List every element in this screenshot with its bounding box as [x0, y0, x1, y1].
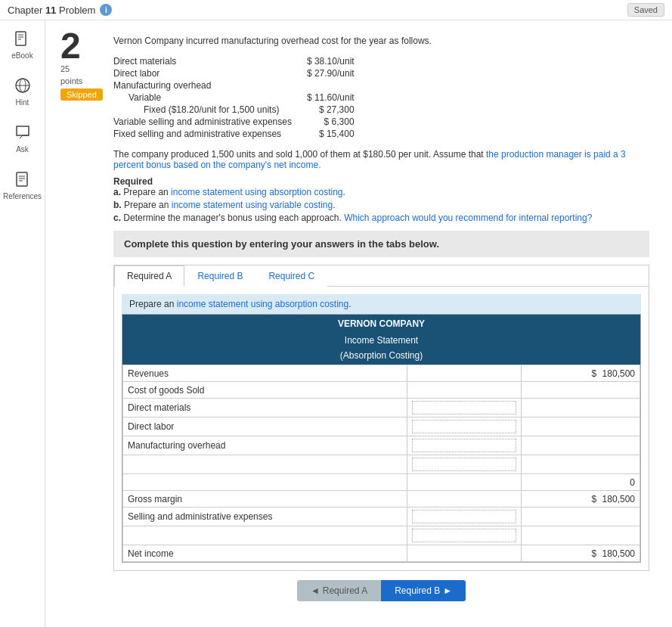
main-layout: eBook Hint Ask: [0, 20, 672, 627]
input-direct-materials[interactable]: [412, 401, 516, 414]
row-input-blank1[interactable]: [407, 455, 521, 474]
row-input-cogs: [407, 382, 521, 399]
status-badge: Skipped: [60, 88, 103, 101]
chapter-problem-title: Chapter 11 Problem: [8, 5, 95, 16]
tab-required-c[interactable]: Required C: [255, 265, 327, 287]
page-header: Chapter 11 Problem i Saved: [0, 0, 672, 20]
sidebar-item-hint[interactable]: Hint: [12, 75, 33, 107]
nav-buttons: ◄ Required A Required B ►: [113, 580, 649, 616]
row-label-cogs: Cost of goods Sold: [123, 382, 407, 399]
input-blank2[interactable]: [412, 529, 516, 542]
cost-label: Variable selling and administrative expe…: [113, 116, 307, 128]
row-label-mfg-overhead: Manufacturing overhead: [123, 436, 407, 455]
tab-required-b[interactable]: Required B: [184, 265, 255, 287]
task-a-link[interactable]: income statement using absorption costin…: [171, 187, 342, 197]
next-label: Required B: [395, 585, 440, 596]
svg-rect-7: [17, 172, 27, 186]
chapter-number: 11: [45, 5, 56, 16]
table-row: Fixed ($18.20/unit for 1,500 units) $ 27…: [113, 104, 370, 116]
row-input-revenues: [407, 365, 521, 382]
prev-icon: ◄: [311, 585, 320, 596]
chapter-label: Chapter: [8, 5, 42, 16]
next-icon: ►: [443, 585, 452, 596]
header-left: Chapter 11 Problem i: [8, 4, 112, 16]
table-row: Direct materials: [123, 399, 640, 417]
task-b-link[interactable]: income statement using variable costing: [172, 200, 333, 210]
task-b: b. Prepare an income statement using var…: [113, 200, 649, 210]
doc-icon: [11, 169, 33, 190]
table-row: Fixed selling and administrative expense…: [113, 128, 370, 140]
info-icon[interactable]: i: [100, 4, 112, 16]
row-label-direct-materials: Direct materials: [123, 399, 407, 417]
task-a: a. Prepare an income statement using abs…: [113, 187, 649, 197]
cost-amount: $ 27,300: [307, 104, 370, 116]
table-row: Direct materials $ 38.10/unit: [113, 55, 370, 67]
row-label-gross-margin: Gross margin: [123, 491, 407, 507]
income-statement-table: VERNON COMPANY Income Statement (Absorpt…: [122, 314, 641, 563]
sidebar-item-references[interactable]: References: [3, 169, 42, 200]
table-row: Variable $ 11.60/unit: [113, 92, 370, 104]
row-input-gross-margin: [407, 491, 521, 507]
task-c: c. Determine the manager's bonus using e…: [113, 213, 649, 223]
table-row: Direct labor $ 27.90/unit: [113, 67, 370, 79]
row-value-selling-admin: [521, 507, 639, 526]
tab-required-a[interactable]: Required A: [114, 265, 184, 287]
table-row: Direct labor: [123, 417, 640, 436]
sidebar-item-ask[interactable]: Ask: [12, 122, 33, 154]
row-label-net-income: Net income: [123, 545, 407, 562]
cost-table: Direct materials $ 38.10/unit Direct lab…: [113, 55, 649, 140]
tabs-container: Required A Required B Required C Prepare…: [113, 265, 649, 571]
input-selling-admin[interactable]: [412, 510, 516, 523]
row-value-revenues: $ 180,500: [521, 365, 639, 382]
row-input-direct-labor[interactable]: [407, 417, 521, 436]
table-row: [123, 526, 640, 545]
company-name: VERNON COMPANY: [122, 315, 640, 333]
globe-icon: [12, 75, 33, 96]
row-input-blank2[interactable]: [407, 526, 521, 545]
table-row: Revenues $ 180,500: [123, 365, 640, 382]
prev-button[interactable]: ◄ Required A: [297, 580, 381, 601]
book-icon: [11, 28, 33, 49]
row-value-direct-materials: [521, 399, 639, 417]
problem-content: Vernon Company incurred manufacturing ov…: [106, 28, 664, 624]
task-list: a. Prepare an income statement using abs…: [113, 187, 649, 223]
sidebar-item-ebook[interactable]: eBook: [11, 28, 33, 60]
table-row: Cost of goods Sold: [123, 382, 640, 399]
cost-label: Variable: [113, 92, 307, 104]
table-row: Manufacturing overhead: [123, 436, 640, 455]
table-row: Variable selling and administrative expe…: [113, 116, 370, 128]
input-mfg-overhead[interactable]: [412, 439, 516, 452]
problem-number: 2: [60, 28, 106, 64]
row-value-blank1: [521, 455, 639, 474]
chat-icon: [12, 122, 33, 143]
statement-subtitle: (Absorption Costing): [122, 348, 640, 365]
tab-instruction-link[interactable]: income statement using absorption costin…: [177, 299, 348, 309]
prev-label: Required A: [323, 585, 367, 596]
svg-rect-0: [16, 32, 26, 45]
input-blank1[interactable]: [412, 458, 516, 471]
cost-amount: $ 11.60/unit: [307, 92, 370, 104]
row-label-blank2: [123, 526, 407, 545]
row-label-direct-labor: Direct labor: [123, 417, 407, 436]
input-direct-labor[interactable]: [412, 420, 516, 433]
row-value-net-income: $ 180,500: [521, 545, 639, 562]
row-input-mfg-overhead[interactable]: [407, 436, 521, 455]
ebook-label: eBook: [11, 51, 33, 60]
row-value-direct-labor: [521, 417, 639, 436]
tab-instruction: Prepare an income statement using absorp…: [122, 294, 641, 314]
table-row: 0: [123, 474, 640, 491]
table-row: [123, 455, 640, 474]
hint-label: Hint: [16, 98, 29, 107]
problem-description: The company produced 1,500 units and sol…: [113, 149, 649, 170]
row-label-revenues: Revenues: [123, 365, 407, 382]
next-button[interactable]: Required B ►: [381, 580, 466, 601]
cost-amount: [307, 79, 370, 92]
problem-label: Problem: [59, 5, 95, 16]
table-row: Manufacturing overhead: [113, 79, 370, 92]
row-value-gross-margin: $ 180,500: [521, 491, 639, 507]
cost-amount: $ 27.90/unit: [307, 67, 370, 79]
content-area: 2 25 points Skipped Vernon Company incur…: [45, 20, 672, 627]
row-input-selling-admin[interactable]: [407, 507, 521, 526]
row-input-direct-materials[interactable]: [407, 399, 521, 417]
references-label: References: [3, 192, 42, 200]
